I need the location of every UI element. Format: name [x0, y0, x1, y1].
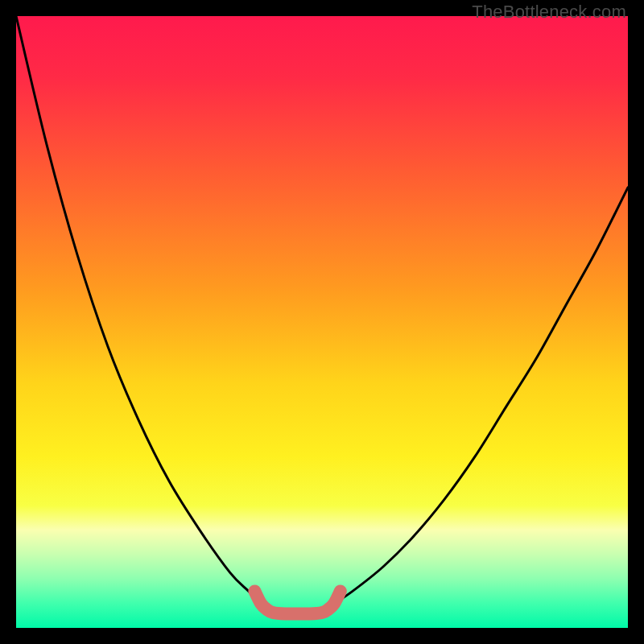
watermark-text: TheBottleneck.com [472, 2, 626, 23]
curve-left-black [16, 16, 261, 604]
curve-right-black [334, 188, 628, 604]
curves-layer [16, 16, 628, 628]
curve-bottom-red [254, 591, 340, 613]
outer-frame: TheBottleneck.com [0, 0, 644, 644]
plot-area [16, 16, 628, 628]
